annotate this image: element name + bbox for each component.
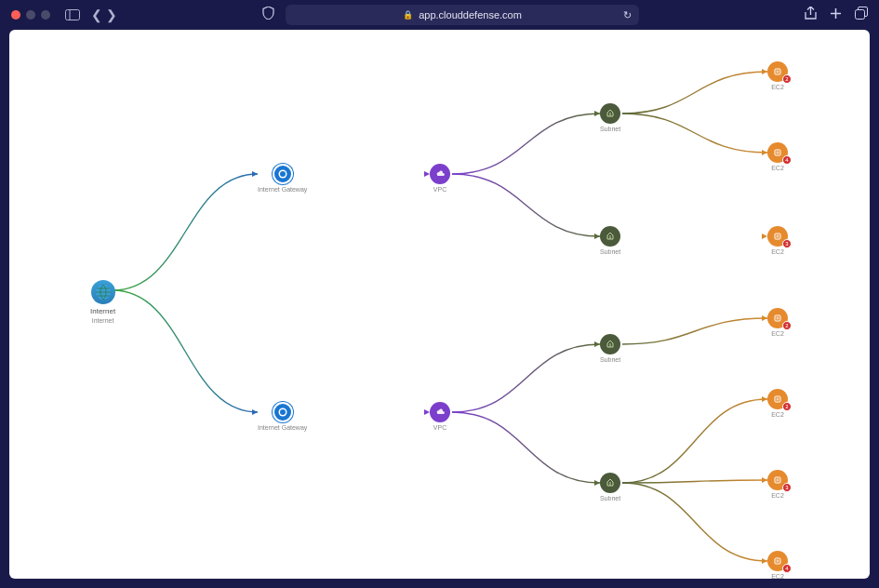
svg-rect-19 [777,317,779,320]
subnet-icon [600,334,620,354]
svg-rect-15 [777,152,779,154]
ec2-icon: 4 [767,142,788,163]
edges-layer [9,30,870,579]
internet-icon [91,280,115,304]
node-label: EC2 [771,492,784,500]
svg-rect-0 [66,10,80,20]
new-tab-icon[interactable] [830,7,842,24]
subnet-icon [600,226,620,247]
node-igw2[interactable]: Internet Gateway [258,402,307,432]
edge [113,174,258,290]
alert-badge: 3 [782,483,792,492]
node-label: Subnet [600,126,620,133]
node-subnet2[interactable]: Subnet [600,226,620,256]
ec2-icon: 2 [767,61,788,82]
svg-rect-17 [777,235,779,238]
browser-chrome: ❮ ❯ 🔒 app.clouddefense.com ↻ [0,0,879,30]
lock-icon: 🔒 [403,10,413,20]
subnet-icon [600,103,620,124]
edge [452,174,600,236]
node-ec2_3[interactable]: 3EC2 [767,226,788,256]
svg-rect-4 [856,9,865,19]
close-window[interactable] [11,10,20,20]
svg-rect-23 [777,479,779,482]
node-label: EC2 [771,248,784,256]
node-ec2_4[interactable]: 2EC2 [767,308,788,338]
igw-icon [273,164,293,184]
node-subnet4[interactable]: Subnet [600,473,620,502]
reload-icon[interactable]: ↻ [623,9,632,21]
privacy-shield-icon[interactable] [262,7,274,23]
edge [113,290,258,412]
svg-rect-25 [777,560,779,563]
node-ec2_6[interactable]: 3EC2 [767,470,788,500]
ec2-icon: 3 [767,226,788,247]
node-vpc2[interactable]: VPC [430,402,450,432]
svg-rect-13 [777,71,779,74]
tabs-icon[interactable] [855,7,868,24]
minimize-window[interactable] [26,10,35,20]
url-bar[interactable]: 🔒 app.clouddefense.com ↻ [286,5,639,25]
vpc-icon [430,402,450,422]
url-text: app.clouddefense.com [419,9,522,20]
edge [622,399,767,483]
node-label: VPC [433,186,446,194]
sidebar-toggle-icon[interactable] [65,9,80,20]
node-label: EC2 [771,84,784,91]
ec2-icon: 2 [767,389,788,409]
node-label: Subnet [600,356,620,364]
edge [452,114,600,174]
node-label: Internet Gateway [258,186,307,194]
vpc-icon [430,164,450,184]
node-label: Subnet [600,495,620,502]
node-label: Subnet [600,248,620,256]
forward-button[interactable]: ❯ [106,7,117,22]
edge [622,72,767,114]
alert-badge: 4 [782,564,792,573]
node-vpc1[interactable]: VPC [430,164,450,194]
node-ec2_2[interactable]: 4EC2 [767,142,788,172]
igw-icon [273,402,293,422]
node-igw1[interactable]: Internet Gateway [258,164,307,194]
traffic-lights [11,10,50,20]
alert-badge: 4 [782,155,792,165]
ec2-icon: 4 [767,551,788,571]
edge [622,114,767,153]
node-label: EC2 [771,573,784,579]
edge [622,480,767,483]
edge [622,483,767,561]
topology-canvas[interactable]: InternetInternetInternet GatewayInternet… [9,30,870,579]
alert-badge: 2 [782,321,792,330]
alert-badge: 2 [782,74,792,84]
node-label: VPC [433,424,446,432]
node-subnet3[interactable]: Subnet [600,334,620,364]
edge [452,412,600,483]
ec2-icon: 3 [767,470,788,490]
node-label: EC2 [771,165,784,172]
maximize-window[interactable] [41,10,50,20]
node-ec2_7[interactable]: 4EC2 [767,551,788,579]
edge [452,344,600,412]
node-ec2_1[interactable]: 2EC2 [767,61,788,91]
node-label: EC2 [771,330,784,338]
share-icon[interactable] [805,7,817,24]
node-label: EC2 [771,411,784,419]
node-title: Internet [90,307,115,315]
node-label: Internet Gateway [258,424,307,432]
subnet-icon [600,473,620,493]
alert-badge: 2 [782,402,792,411]
node-internet[interactable]: InternetInternet [90,280,115,325]
edge [622,318,767,344]
alert-badge: 3 [782,239,792,248]
node-subnet1[interactable]: Subnet [600,103,620,133]
ec2-icon: 2 [767,308,788,328]
svg-rect-21 [777,398,779,401]
node-label: Internet [92,317,114,325]
back-button[interactable]: ❮ [91,7,102,22]
node-ec2_5[interactable]: 2EC2 [767,389,788,419]
